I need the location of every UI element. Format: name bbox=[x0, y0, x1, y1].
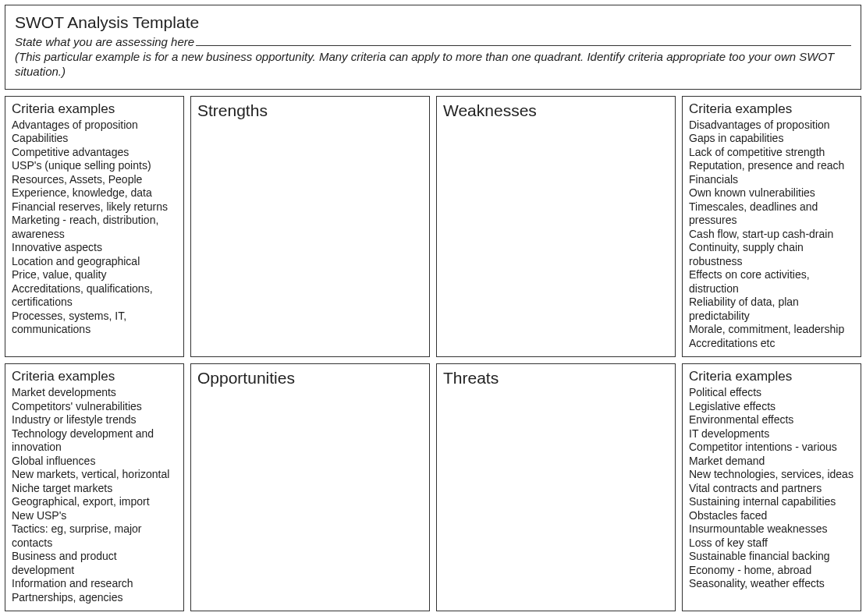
list-item: Information and research bbox=[12, 577, 177, 591]
list-item: Location and geographical bbox=[12, 255, 177, 269]
swot-grid: Criteria examples Advantages of proposit… bbox=[5, 96, 861, 612]
list-item: Reliability of data, plan predictability bbox=[689, 296, 854, 323]
strengths-criteria-cell: Criteria examples Advantages of proposit… bbox=[5, 96, 184, 358]
list-item: Disadvantages of proposition bbox=[689, 119, 854, 133]
list-item: New markets, vertical, horizontal bbox=[12, 468, 177, 482]
list-item: Sustaining internal capabilities bbox=[689, 495, 854, 509]
strengths-criteria-list: Advantages of propositionCapabilitiesCom… bbox=[12, 119, 177, 337]
strengths-cell: Strengths bbox=[190, 96, 430, 358]
list-item: Partnerships, agencies bbox=[12, 591, 177, 605]
list-item: Cash flow, start-up cash-drain bbox=[689, 228, 854, 242]
list-item: Environmental effects bbox=[689, 413, 854, 427]
weaknesses-criteria-cell: Criteria examples Disadvantages of propo… bbox=[682, 96, 861, 358]
list-item: Continuity, supply chain robustness bbox=[689, 241, 854, 268]
list-item: New USP's bbox=[12, 509, 177, 523]
list-item: Market developments bbox=[12, 386, 177, 400]
list-item: Sustainable financial backing bbox=[689, 550, 854, 564]
list-item: Market demand bbox=[689, 455, 854, 469]
list-item: Legislative effects bbox=[689, 400, 854, 414]
list-item: Economy - home, abroad bbox=[689, 564, 854, 578]
list-item: Business and product development bbox=[12, 550, 177, 577]
list-item: Competitors' vulnerabilities bbox=[12, 400, 177, 414]
list-item: Price, value, quality bbox=[12, 268, 177, 282]
list-item: Vital contracts and partners bbox=[689, 482, 854, 496]
list-item: Advantages of proposition bbox=[12, 119, 177, 133]
list-item: Resources, Assets, People bbox=[12, 173, 177, 187]
weaknesses-heading: Weaknesses bbox=[443, 101, 669, 120]
list-item: Effects on core activities, distruction bbox=[689, 268, 854, 296]
list-item: Lack of competitive strength bbox=[689, 146, 854, 160]
list-item: Processes, systems, IT, communications bbox=[12, 310, 177, 337]
list-item: Insurmountable weaknesses bbox=[689, 522, 854, 536]
list-item: Global influences bbox=[12, 455, 177, 469]
list-item: Marketing - reach, distribution, awarene… bbox=[12, 214, 177, 241]
opportunities-heading: Opportunities bbox=[197, 369, 423, 388]
list-item: Seasonality, weather effects bbox=[689, 577, 854, 591]
list-item: Own known vulnerabilities bbox=[689, 186, 854, 200]
weaknesses-criteria-list: Disadvantages of propositionGaps in capa… bbox=[689, 119, 854, 351]
list-item: Loss of key staff bbox=[689, 536, 854, 551]
list-item: USP's (unique selling points) bbox=[12, 159, 177, 173]
threats-criteria-list: Political effectsLegislative effectsEnvi… bbox=[689, 386, 854, 591]
criteria-heading: Criteria examples bbox=[689, 101, 854, 117]
opportunities-criteria-cell: Criteria examples Market developmentsCom… bbox=[5, 363, 184, 611]
weaknesses-cell: Weaknesses bbox=[436, 96, 676, 358]
criteria-heading: Criteria examples bbox=[12, 369, 177, 384]
list-item: Financial reserves, likely returns bbox=[12, 200, 177, 214]
list-item: Reputation, presence and reach bbox=[689, 159, 854, 173]
header-description: (This particular example is for a new bu… bbox=[15, 50, 851, 80]
subtitle-label: State what you are assessing here bbox=[15, 35, 194, 48]
list-item: IT developments bbox=[689, 427, 854, 441]
document-title: SWOT Analysis Template bbox=[15, 13, 851, 32]
list-item: Niche target markets bbox=[12, 482, 177, 496]
header-box: SWOT Analysis Template State what you ar… bbox=[5, 5, 861, 90]
list-item: Financials bbox=[689, 173, 854, 187]
list-item: Geographical, export, import bbox=[12, 495, 177, 509]
list-item: Accreditations etc bbox=[689, 337, 854, 351]
list-item: Competitor intentions - various bbox=[689, 441, 854, 455]
criteria-heading: Criteria examples bbox=[689, 369, 854, 384]
list-item: Timescales, deadlines and pressures bbox=[689, 200, 854, 228]
list-item: Experience, knowledge, data bbox=[12, 186, 177, 200]
list-item: Morale, commitment, leadership bbox=[689, 323, 854, 337]
list-item: Capabilities bbox=[12, 132, 177, 146]
threats-criteria-cell: Criteria examples Political effectsLegis… bbox=[682, 363, 861, 611]
list-item: Gaps in capabilities bbox=[689, 132, 854, 146]
list-item: New technologies, services, ideas bbox=[689, 468, 854, 482]
opportunities-cell: Opportunities bbox=[190, 363, 430, 611]
list-item: Tactics: eg, surprise, major contacts bbox=[12, 522, 177, 550]
threats-cell: Threats bbox=[436, 363, 676, 611]
list-item: Industry or lifestyle trends bbox=[12, 413, 177, 427]
subtitle-underline bbox=[196, 45, 851, 46]
list-item: Innovative aspects bbox=[12, 241, 177, 255]
opportunities-criteria-list: Market developmentsCompetitors' vulnerab… bbox=[12, 386, 177, 604]
criteria-heading: Criteria examples bbox=[12, 101, 177, 117]
list-item: Technology development and innovation bbox=[12, 427, 177, 455]
list-item: Competitive advantages bbox=[12, 146, 177, 160]
threats-heading: Threats bbox=[443, 369, 669, 388]
strengths-heading: Strengths bbox=[197, 101, 423, 120]
list-item: Accreditations, qualifications, certific… bbox=[12, 282, 177, 310]
subtitle-line: State what you are assessing here bbox=[15, 35, 851, 48]
list-item: Obstacles faced bbox=[689, 509, 854, 523]
list-item: Political effects bbox=[689, 386, 854, 400]
